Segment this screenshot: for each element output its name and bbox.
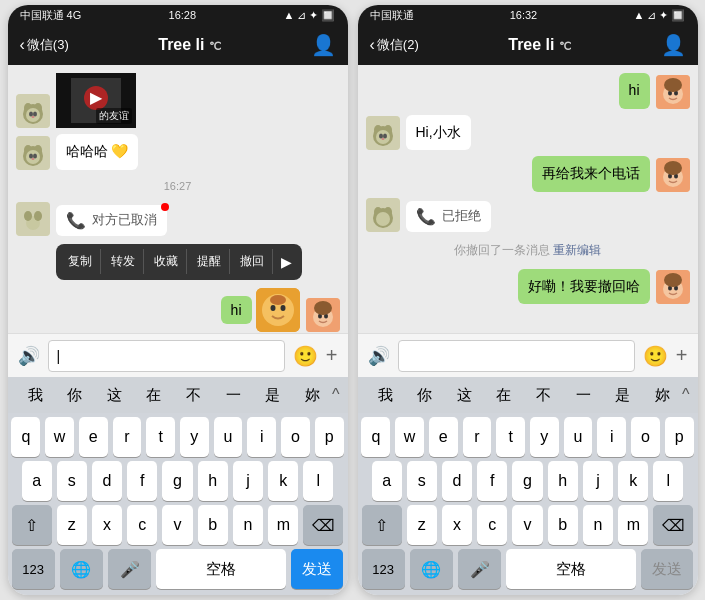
pinyin-bu-r[interactable]: 不 bbox=[524, 382, 564, 409]
ctx-forward[interactable]: 转发 bbox=[103, 249, 144, 274]
key-j-left[interactable]: j bbox=[233, 461, 263, 501]
key-p-left[interactable]: p bbox=[315, 417, 344, 457]
ctx-remind[interactable]: 提醒 bbox=[189, 249, 230, 274]
key-v-right[interactable]: v bbox=[512, 505, 542, 545]
key-a-right[interactable]: a bbox=[372, 461, 402, 501]
key-c-right[interactable]: c bbox=[477, 505, 507, 545]
pinyin-shi-r[interactable]: 是 bbox=[603, 382, 643, 409]
key-q-right[interactable]: q bbox=[361, 417, 390, 457]
key-y-right[interactable]: y bbox=[530, 417, 559, 457]
key-r-right[interactable]: r bbox=[463, 417, 492, 457]
ctx-recall[interactable]: 撤回 bbox=[232, 249, 273, 274]
voice-button-left[interactable]: 🔊 bbox=[18, 345, 40, 367]
key-a-left[interactable]: a bbox=[22, 461, 52, 501]
pinyin-zai-r[interactable]: 在 bbox=[484, 382, 524, 409]
key-v-left[interactable]: v bbox=[162, 505, 192, 545]
key-w-left[interactable]: w bbox=[45, 417, 74, 457]
mic-key-right[interactable]: 🎤 bbox=[458, 549, 501, 589]
pinyin-zai[interactable]: 在 bbox=[134, 382, 174, 409]
key-r-left[interactable]: r bbox=[113, 417, 142, 457]
key-w-right[interactable]: w bbox=[395, 417, 424, 457]
key-k-left[interactable]: k bbox=[268, 461, 298, 501]
emoji-button-left[interactable]: 🙂 bbox=[293, 344, 318, 368]
context-menu[interactable]: 复制 转发 收藏 提醒 撤回 ▶ bbox=[56, 244, 302, 280]
key-g-left[interactable]: g bbox=[162, 461, 192, 501]
num-key-left[interactable]: 123 bbox=[12, 549, 55, 589]
pinyin-yi[interactable]: 一 bbox=[213, 382, 253, 409]
globe-key-right[interactable]: 🌐 bbox=[410, 549, 453, 589]
key-z-left[interactable]: z bbox=[57, 505, 87, 545]
plus-button-left[interactable]: + bbox=[326, 344, 338, 367]
shift-key-left[interactable]: ⇧ bbox=[12, 505, 52, 545]
key-p-right[interactable]: p bbox=[665, 417, 694, 457]
key-l-right[interactable]: l bbox=[653, 461, 683, 501]
pinyin-ni-r[interactable]: 你 bbox=[405, 382, 445, 409]
pinyin-wo[interactable]: 我 bbox=[16, 382, 56, 409]
key-y-left[interactable]: y bbox=[180, 417, 209, 457]
pinyin-wo-r[interactable]: 我 bbox=[366, 382, 406, 409]
back-button-left[interactable]: ‹ 微信(3) bbox=[20, 36, 69, 54]
key-h-left[interactable]: h bbox=[198, 461, 228, 501]
key-i-right[interactable]: i bbox=[597, 417, 626, 457]
key-f-left[interactable]: f bbox=[127, 461, 157, 501]
profile-icon-left[interactable]: 👤 bbox=[311, 33, 336, 57]
mic-key-left[interactable]: 🎤 bbox=[108, 549, 151, 589]
key-b-right[interactable]: b bbox=[548, 505, 578, 545]
key-i-left[interactable]: i bbox=[247, 417, 276, 457]
key-c-left[interactable]: c bbox=[127, 505, 157, 545]
key-s-left[interactable]: s bbox=[57, 461, 87, 501]
send-button-left[interactable]: 发送 bbox=[291, 549, 343, 589]
space-key-right[interactable]: 空格 bbox=[506, 549, 636, 589]
del-key-right[interactable]: ⌫ bbox=[653, 505, 693, 545]
key-s-right[interactable]: s bbox=[407, 461, 437, 501]
pinyin-ni2-r[interactable]: 妳 bbox=[642, 382, 682, 409]
key-g-right[interactable]: g bbox=[512, 461, 542, 501]
key-n-right[interactable]: n bbox=[583, 505, 613, 545]
ctx-more[interactable]: ▶ bbox=[275, 250, 298, 274]
plus-button-right[interactable]: + bbox=[676, 344, 688, 367]
pinyin-bu[interactable]: 不 bbox=[174, 382, 214, 409]
ctx-collect[interactable]: 收藏 bbox=[146, 249, 187, 274]
key-d-right[interactable]: d bbox=[442, 461, 472, 501]
send-button-right[interactable]: 发送 bbox=[641, 549, 693, 589]
back-button-right[interactable]: ‹ 微信(2) bbox=[370, 36, 419, 54]
profile-icon-right[interactable]: 👤 bbox=[661, 33, 686, 57]
pinyin-ni2[interactable]: 妳 bbox=[292, 382, 332, 409]
text-input-right[interactable] bbox=[398, 340, 635, 372]
pinyin-shi[interactable]: 是 bbox=[253, 382, 293, 409]
space-key-left[interactable]: 空格 bbox=[156, 549, 286, 589]
key-b-left[interactable]: b bbox=[198, 505, 228, 545]
del-key-left[interactable]: ⌫ bbox=[303, 505, 343, 545]
voice-button-right[interactable]: 🔊 bbox=[368, 345, 390, 367]
key-d-left[interactable]: d bbox=[92, 461, 122, 501]
text-input-left[interactable] bbox=[48, 340, 285, 372]
key-o-right[interactable]: o bbox=[631, 417, 660, 457]
key-t-left[interactable]: t bbox=[146, 417, 175, 457]
key-n-left[interactable]: n bbox=[233, 505, 263, 545]
key-e-right[interactable]: e bbox=[429, 417, 458, 457]
pinyin-ni[interactable]: 你 bbox=[55, 382, 95, 409]
key-e-left[interactable]: e bbox=[79, 417, 108, 457]
key-h-right[interactable]: h bbox=[548, 461, 578, 501]
key-t-right[interactable]: t bbox=[496, 417, 525, 457]
key-j-right[interactable]: j bbox=[583, 461, 613, 501]
emoji-button-right[interactable]: 🙂 bbox=[643, 344, 668, 368]
key-q-left[interactable]: q bbox=[11, 417, 40, 457]
key-k-right[interactable]: k bbox=[618, 461, 648, 501]
pinyin-zhe[interactable]: 这 bbox=[95, 382, 135, 409]
key-z-right[interactable]: z bbox=[407, 505, 437, 545]
pinyin-zhe-r[interactable]: 这 bbox=[445, 382, 485, 409]
pinyin-yi-r[interactable]: 一 bbox=[563, 382, 603, 409]
pinyin-expand-r[interactable]: ^ bbox=[682, 386, 690, 404]
key-x-right[interactable]: x bbox=[442, 505, 472, 545]
pinyin-expand[interactable]: ^ bbox=[332, 386, 340, 404]
key-m-right[interactable]: m bbox=[618, 505, 648, 545]
key-o-left[interactable]: o bbox=[281, 417, 310, 457]
recall-reedit-link[interactable]: 重新编辑 bbox=[553, 243, 601, 257]
key-u-right[interactable]: u bbox=[564, 417, 593, 457]
ctx-copy[interactable]: 复制 bbox=[60, 249, 101, 274]
globe-key-left[interactable]: 🌐 bbox=[60, 549, 103, 589]
key-l-left[interactable]: l bbox=[303, 461, 333, 501]
shift-key-right[interactable]: ⇧ bbox=[362, 505, 402, 545]
num-key-right[interactable]: 123 bbox=[362, 549, 405, 589]
